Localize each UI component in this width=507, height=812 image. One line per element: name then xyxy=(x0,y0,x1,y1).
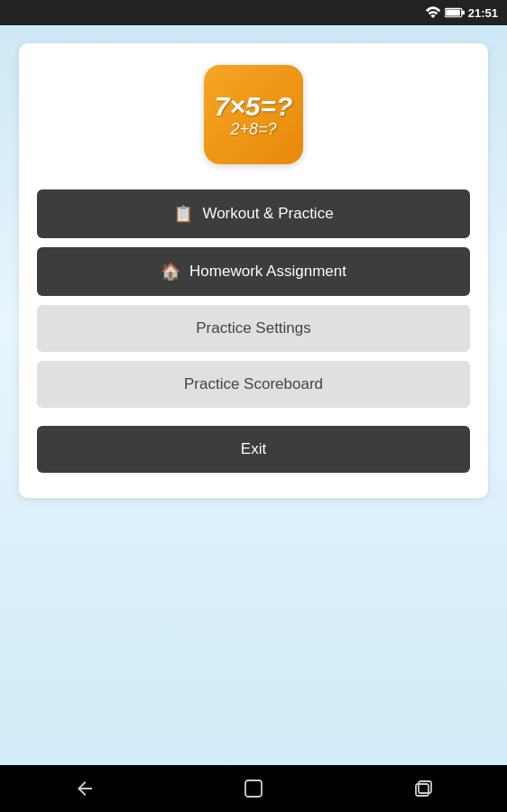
svg-rect-1 xyxy=(462,11,465,15)
app-icon-line2: 2+8=? xyxy=(230,121,276,139)
nav-back-button[interactable] xyxy=(56,770,114,807)
wifi-icon xyxy=(425,6,441,19)
homework-assignment-label: Homework Assignment xyxy=(189,263,346,281)
nav-home-button[interactable] xyxy=(225,770,282,807)
exit-label: Exit xyxy=(241,440,266,458)
practice-scoreboard-label: Practice Scoreboard xyxy=(184,375,323,393)
exit-button[interactable]: Exit xyxy=(37,426,470,473)
svg-rect-3 xyxy=(245,780,262,797)
svg-rect-2 xyxy=(446,9,460,15)
homework-icon: 🏠 xyxy=(161,262,180,281)
nav-recents-button[interactable] xyxy=(393,770,451,807)
app-icon: 7×5=? 2+8=? xyxy=(204,65,303,164)
main-card: 7×5=? 2+8=? 📋 Workout & Practice 🏠 Homew… xyxy=(19,43,488,498)
workout-practice-label: Workout & Practice xyxy=(202,205,333,223)
status-time: 21:51 xyxy=(468,6,498,20)
nav-bar xyxy=(0,765,507,812)
app-icon-line1: 7×5=? xyxy=(215,91,293,121)
status-icons: 21:51 xyxy=(425,6,498,20)
workout-icon: 📋 xyxy=(173,204,193,224)
main-area: 7×5=? 2+8=? 📋 Workout & Practice 🏠 Homew… xyxy=(0,25,507,765)
status-bar: 21:51 xyxy=(0,0,507,25)
homework-assignment-button[interactable]: 🏠 Homework Assignment xyxy=(37,247,470,296)
battery-icon xyxy=(445,7,465,18)
practice-settings-button[interactable]: Practice Settings xyxy=(37,305,470,352)
workout-practice-button[interactable]: 📋 Workout & Practice xyxy=(37,189,470,238)
practice-scoreboard-button[interactable]: Practice Scoreboard xyxy=(37,361,470,408)
practice-settings-label: Practice Settings xyxy=(196,319,311,337)
